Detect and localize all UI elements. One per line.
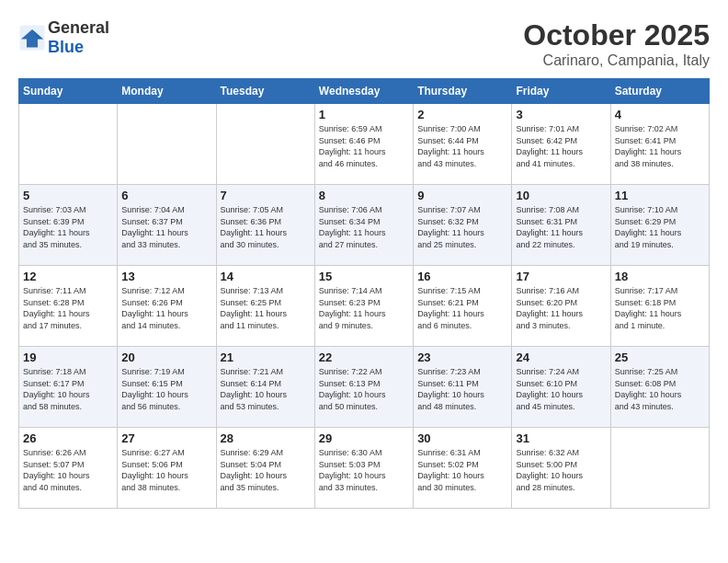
calendar-cell: 9Sunrise: 7:07 AM Sunset: 6:32 PM Daylig… bbox=[414, 185, 512, 266]
day-info: Sunrise: 6:27 AM Sunset: 5:06 PM Dayligh… bbox=[121, 447, 211, 493]
day-info: Sunrise: 7:02 AM Sunset: 6:41 PM Dayligh… bbox=[615, 123, 705, 169]
day-info: Sunrise: 6:31 AM Sunset: 5:02 PM Dayligh… bbox=[417, 447, 507, 493]
day-number: 17 bbox=[516, 270, 606, 283]
calendar-cell: 3Sunrise: 7:01 AM Sunset: 6:42 PM Daylig… bbox=[512, 104, 610, 185]
calendar-cell: 12Sunrise: 7:11 AM Sunset: 6:28 PM Dayli… bbox=[19, 266, 118, 347]
day-info: Sunrise: 7:16 AM Sunset: 6:20 PM Dayligh… bbox=[516, 285, 606, 331]
day-number: 6 bbox=[121, 189, 211, 202]
day-number: 13 bbox=[121, 270, 211, 283]
day-info: Sunrise: 7:25 AM Sunset: 6:08 PM Dayligh… bbox=[615, 366, 705, 412]
day-number: 23 bbox=[417, 350, 507, 364]
day-info: Sunrise: 6:59 AM Sunset: 6:46 PM Dayligh… bbox=[319, 123, 409, 169]
calendar-cell: 28Sunrise: 6:29 AM Sunset: 5:04 PM Dayli… bbox=[216, 428, 314, 509]
calendar-cell: 16Sunrise: 7:15 AM Sunset: 6:21 PM Dayli… bbox=[414, 266, 512, 347]
day-number: 2 bbox=[417, 108, 507, 121]
calendar-cell: 19Sunrise: 7:18 AM Sunset: 6:17 PM Dayli… bbox=[19, 347, 118, 428]
day-info: Sunrise: 7:24 AM Sunset: 6:10 PM Dayligh… bbox=[516, 366, 606, 412]
day-number: 10 bbox=[516, 189, 606, 202]
day-info: Sunrise: 7:05 AM Sunset: 6:36 PM Dayligh… bbox=[221, 204, 311, 250]
day-info: Sunrise: 7:14 AM Sunset: 6:23 PM Dayligh… bbox=[319, 285, 409, 331]
day-number: 5 bbox=[23, 189, 113, 202]
calendar-cell: 24Sunrise: 7:24 AM Sunset: 6:10 PM Dayli… bbox=[512, 347, 610, 428]
day-number: 1 bbox=[319, 108, 409, 121]
calendar-cell: 20Sunrise: 7:19 AM Sunset: 6:15 PM Dayli… bbox=[118, 347, 216, 428]
weekday-header-thursday: Thursday bbox=[414, 79, 512, 104]
calendar-table: SundayMondayTuesdayWednesdayThursdayFrid… bbox=[18, 78, 710, 509]
weekday-header-sunday: Sunday bbox=[19, 79, 118, 104]
day-number: 11 bbox=[615, 189, 705, 202]
day-info: Sunrise: 7:21 AM Sunset: 6:14 PM Dayligh… bbox=[221, 366, 311, 412]
calendar-cell: 6Sunrise: 7:04 AM Sunset: 6:37 PM Daylig… bbox=[118, 185, 216, 266]
day-info: Sunrise: 7:23 AM Sunset: 6:11 PM Dayligh… bbox=[417, 366, 507, 412]
day-number: 16 bbox=[417, 270, 507, 283]
calendar-header-row: SundayMondayTuesdayWednesdayThursdayFrid… bbox=[19, 79, 710, 104]
day-info: Sunrise: 7:01 AM Sunset: 6:42 PM Dayligh… bbox=[516, 123, 606, 169]
calendar-cell: 26Sunrise: 6:26 AM Sunset: 5:07 PM Dayli… bbox=[19, 428, 118, 509]
day-number: 8 bbox=[319, 189, 409, 202]
calendar-cell bbox=[118, 104, 216, 185]
day-number: 26 bbox=[23, 431, 113, 445]
day-info: Sunrise: 7:06 AM Sunset: 6:34 PM Dayligh… bbox=[319, 204, 409, 250]
calendar-cell: 21Sunrise: 7:21 AM Sunset: 6:14 PM Dayli… bbox=[216, 347, 314, 428]
calendar-cell: 4Sunrise: 7:02 AM Sunset: 6:41 PM Daylig… bbox=[610, 104, 709, 185]
calendar-cell: 23Sunrise: 7:23 AM Sunset: 6:11 PM Dayli… bbox=[414, 347, 512, 428]
month-title: October 2025 bbox=[523, 18, 710, 52]
calendar-week-row: 19Sunrise: 7:18 AM Sunset: 6:17 PM Dayli… bbox=[19, 347, 710, 428]
day-number: 9 bbox=[417, 189, 507, 202]
calendar-week-row: 26Sunrise: 6:26 AM Sunset: 5:07 PM Dayli… bbox=[19, 428, 710, 509]
calendar-cell: 7Sunrise: 7:05 AM Sunset: 6:36 PM Daylig… bbox=[216, 185, 314, 266]
day-info: Sunrise: 7:18 AM Sunset: 6:17 PM Dayligh… bbox=[23, 366, 113, 412]
calendar-week-row: 1Sunrise: 6:59 AM Sunset: 6:46 PM Daylig… bbox=[19, 104, 710, 185]
logo-text-blue: Blue bbox=[48, 38, 84, 56]
day-info: Sunrise: 6:26 AM Sunset: 5:07 PM Dayligh… bbox=[23, 447, 113, 493]
day-number: 7 bbox=[221, 189, 311, 202]
day-number: 15 bbox=[319, 270, 409, 283]
page-header: General Blue October 2025 Carinaro, Camp… bbox=[18, 18, 710, 69]
calendar-cell: 11Sunrise: 7:10 AM Sunset: 6:29 PM Dayli… bbox=[610, 185, 709, 266]
day-info: Sunrise: 7:22 AM Sunset: 6:13 PM Dayligh… bbox=[319, 366, 409, 412]
weekday-header-friday: Friday bbox=[512, 79, 610, 104]
day-number: 24 bbox=[516, 350, 606, 364]
weekday-header-saturday: Saturday bbox=[610, 79, 709, 104]
calendar-cell: 15Sunrise: 7:14 AM Sunset: 6:23 PM Dayli… bbox=[314, 266, 413, 347]
calendar-cell: 27Sunrise: 6:27 AM Sunset: 5:06 PM Dayli… bbox=[118, 428, 216, 509]
day-number: 4 bbox=[615, 108, 705, 121]
day-number: 31 bbox=[516, 431, 606, 445]
day-number: 20 bbox=[121, 350, 211, 364]
day-info: Sunrise: 7:11 AM Sunset: 6:28 PM Dayligh… bbox=[23, 285, 113, 331]
day-info: Sunrise: 7:03 AM Sunset: 6:39 PM Dayligh… bbox=[23, 204, 113, 250]
day-info: Sunrise: 6:29 AM Sunset: 5:04 PM Dayligh… bbox=[221, 447, 311, 493]
calendar-cell bbox=[19, 104, 118, 185]
day-info: Sunrise: 7:13 AM Sunset: 6:25 PM Dayligh… bbox=[221, 285, 311, 331]
weekday-header-monday: Monday bbox=[118, 79, 216, 104]
day-number: 19 bbox=[23, 350, 113, 364]
day-info: Sunrise: 7:08 AM Sunset: 6:31 PM Dayligh… bbox=[516, 204, 606, 250]
day-number: 30 bbox=[417, 431, 507, 445]
day-info: Sunrise: 7:17 AM Sunset: 6:18 PM Dayligh… bbox=[615, 285, 705, 331]
day-number: 12 bbox=[23, 270, 113, 283]
calendar-cell: 14Sunrise: 7:13 AM Sunset: 6:25 PM Dayli… bbox=[216, 266, 314, 347]
calendar-cell bbox=[216, 104, 314, 185]
day-info: Sunrise: 7:04 AM Sunset: 6:37 PM Dayligh… bbox=[121, 204, 211, 250]
calendar-week-row: 12Sunrise: 7:11 AM Sunset: 6:28 PM Dayli… bbox=[19, 266, 710, 347]
logo-icon bbox=[18, 24, 46, 52]
calendar-cell bbox=[610, 428, 709, 509]
day-info: Sunrise: 6:30 AM Sunset: 5:03 PM Dayligh… bbox=[319, 447, 409, 493]
logo-text-general: General bbox=[48, 18, 109, 37]
calendar-cell: 31Sunrise: 6:32 AM Sunset: 5:00 PM Dayli… bbox=[512, 428, 610, 509]
location-subtitle: Carinaro, Campania, Italy bbox=[523, 52, 710, 69]
day-number: 3 bbox=[516, 108, 606, 121]
day-info: Sunrise: 7:19 AM Sunset: 6:15 PM Dayligh… bbox=[121, 366, 211, 412]
day-info: Sunrise: 7:15 AM Sunset: 6:21 PM Dayligh… bbox=[417, 285, 507, 331]
day-info: Sunrise: 7:12 AM Sunset: 6:26 PM Dayligh… bbox=[121, 285, 211, 331]
title-area: October 2025 Carinaro, Campania, Italy bbox=[523, 18, 710, 69]
day-number: 27 bbox=[121, 431, 211, 445]
logo: General Blue bbox=[18, 18, 109, 57]
day-number: 28 bbox=[221, 431, 311, 445]
day-number: 29 bbox=[319, 431, 409, 445]
day-number: 25 bbox=[615, 350, 705, 364]
calendar-cell: 13Sunrise: 7:12 AM Sunset: 6:26 PM Dayli… bbox=[118, 266, 216, 347]
calendar-cell: 1Sunrise: 6:59 AM Sunset: 6:46 PM Daylig… bbox=[314, 104, 413, 185]
day-info: Sunrise: 7:10 AM Sunset: 6:29 PM Dayligh… bbox=[615, 204, 705, 250]
calendar-cell: 17Sunrise: 7:16 AM Sunset: 6:20 PM Dayli… bbox=[512, 266, 610, 347]
